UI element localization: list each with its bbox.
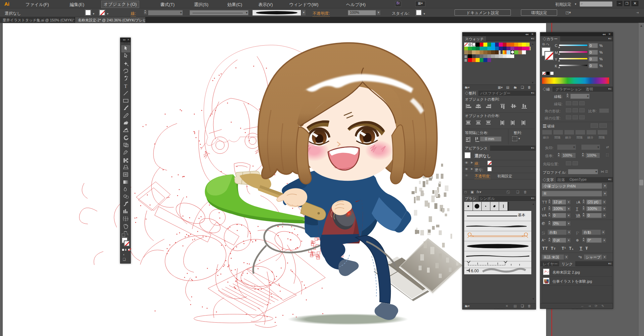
svg-text:%: % (599, 50, 603, 54)
svg-text:%: % (599, 44, 603, 48)
svg-text:Y: Y (555, 57, 557, 61)
svg-text:M: M (555, 51, 558, 55)
svg-text:0: 0 (590, 50, 592, 54)
svg-text:%: % (599, 57, 603, 61)
svg-text:K: K (555, 64, 557, 68)
svg-text:0: 0 (590, 64, 592, 68)
svg-text:T: T (124, 83, 127, 89)
svg-text:0: 0 (590, 44, 592, 48)
svg-text:0: 0 (590, 57, 592, 61)
svg-text:C: C (555, 44, 557, 48)
svg-text:%: % (599, 64, 603, 68)
svg-text:6.00: 6.00 (471, 269, 479, 273)
